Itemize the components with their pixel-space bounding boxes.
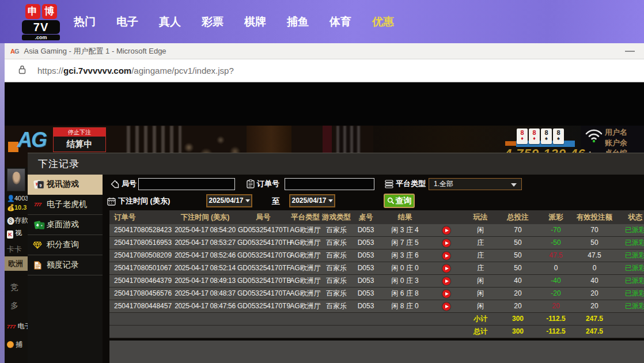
logo-badge-right: 博 (42, 4, 57, 19)
table-header-row: 订单号 下注时间 (美东) 局号 平台类型 游戏类型 桌号 结果 玩法 总投注 (109, 210, 644, 224)
cell-platform: AG欧洲厅 (289, 288, 321, 300)
round-number-input[interactable] (138, 178, 235, 190)
menu-item-quota-records[interactable]: 额度记录 (28, 255, 103, 275)
page-viewport: AG ASIA GAMING 停止下注 结算中 8♦ 8♦ 8♠ 8♠ 4,75… (5, 82, 644, 363)
cell-play: 庄 (463, 249, 498, 262)
cell-game: 百家乐 (321, 249, 351, 262)
cell-payout: -20 (538, 288, 574, 300)
replay-icon[interactable] (430, 239, 463, 247)
nav-item-slots[interactable]: 电子 (116, 14, 138, 29)
cell-time: 2025-04-17 08:47:56 (173, 300, 237, 312)
menu-item-slot-machines[interactable]: 777 电子老虎机 (28, 195, 103, 215)
cell-round: GD053254170TF (237, 262, 289, 274)
header-play: 玩法 (463, 213, 498, 222)
minimize-button[interactable] (625, 51, 635, 52)
nav-item-live[interactable]: 真人 (159, 14, 181, 29)
card-icon: K (7, 230, 13, 239)
cell-game: 百家乐 (321, 262, 351, 274)
nav-item-cards[interactable]: 棋牌 (244, 14, 266, 29)
platform-type-select[interactable]: 1.全部 (429, 178, 522, 190)
cell-result: 闲 7 庄 5 (380, 237, 430, 249)
date-to-picker[interactable]: 2025/04/17 (289, 194, 335, 207)
person-icon: 👤 (7, 195, 14, 202)
rail-sports-tab[interactable]: 竞 (10, 282, 18, 293)
cell-result: 闲 0 庄 3 (380, 275, 430, 287)
header-result: 结果 (380, 213, 430, 222)
dollar-icon: 🅢 (7, 216, 14, 224)
cell-time: 2025-04-17 08:52:14 (173, 262, 237, 274)
browser-title: Asia Gaming - 用户配置 1 - Microsoft Edge (24, 46, 166, 56)
cell-game: 百家乐 (321, 288, 351, 300)
cell-round: GD053254170TH (237, 237, 289, 249)
deposit-button[interactable]: 🅢存款 (7, 215, 28, 225)
order-number-input[interactable] (285, 178, 374, 190)
nav-item-fishing[interactable]: 捕鱼 (287, 14, 309, 29)
menu-item-points-query[interactable]: 积分查询 (28, 235, 103, 255)
url-scheme: https:// (37, 66, 63, 75)
cell-play: 闲 (463, 275, 498, 287)
cell-payout: 47.5 (538, 249, 574, 262)
round-label: 局号 (111, 179, 137, 189)
cell-valid: 20 (574, 300, 615, 312)
nav-item-lottery[interactable]: 彩票 (202, 14, 223, 29)
cell-status: 已派彩 (615, 275, 644, 287)
replay-icon[interactable] (430, 264, 463, 273)
cell-round: GD053254170TA (237, 288, 289, 300)
site-logo[interactable]: 申 博 7V .com (22, 4, 60, 40)
header-platform: 平台类型 (289, 213, 321, 222)
cell-play: 庄 (463, 262, 498, 274)
cell-order: 250417080456576 (109, 288, 173, 300)
nav-item-sports[interactable]: 体育 (329, 14, 351, 29)
header-table-no: 桌号 (351, 213, 380, 222)
menu-item-table-games[interactable]: ♣• 桌面游戏 (28, 215, 103, 235)
cell-table: D053 (351, 224, 380, 236)
total-label: 总计 (463, 326, 498, 338)
browser-urlbar[interactable]: https://gci.7vvvvvv.com/agingame/pcv1/in… (5, 59, 644, 82)
cell-total: 20 (498, 288, 538, 300)
cell-payout: 20 (538, 300, 574, 312)
replay-icon[interactable] (430, 252, 463, 260)
table-row: 2504170805169532025-04-17 08:53:27GD0532… (109, 237, 644, 249)
table-empty-area (109, 341, 644, 363)
nav-item-promo[interactable]: 优惠 (372, 14, 394, 29)
dice-icon: ♣• (32, 221, 43, 229)
lobby-left-rail: 👤4003 💰10.3 🅢存款 K 视 卡卡 欧洲 竞 多 777 电子 捕 (5, 167, 28, 363)
cell-platform: AG欧洲厅 (289, 249, 321, 262)
url-path: /agingame/pcv1/index.jsp? (131, 66, 234, 75)
subtotal-row: 小计 300 -112.5 247.5 (109, 313, 644, 326)
nav-item-hot[interactable]: 热门 (74, 14, 96, 29)
rail-video-tab[interactable]: K 视 (7, 228, 22, 239)
rail-multi-tab[interactable]: 多 (10, 301, 18, 311)
replay-icon[interactable] (430, 226, 463, 235)
rail-card-row[interactable]: 卡卡 (7, 244, 22, 255)
slots-777-icon: 777 (32, 202, 43, 207)
avatar[interactable] (7, 168, 25, 191)
replay-icon[interactable] (430, 290, 463, 298)
main-nav: 热门 电子 真人 彩票 棋牌 捕鱼 体育 优惠 (74, 0, 394, 43)
total-total: 300 (498, 326, 538, 338)
playing-card: 8♠ (541, 128, 552, 144)
filter-bar: 局号 订单号 平台类型 (103, 175, 644, 210)
total-payout: -112.5 (538, 326, 574, 338)
cell-order: 250417080528423 (109, 224, 173, 236)
platform-label: 平台类型 (385, 179, 426, 189)
rail-fishing-tab[interactable]: 捕 (7, 340, 22, 350)
modal-content: 局号 订单号 平台类型 (103, 175, 644, 363)
betting-status-banner: 停止下注 结算中 (53, 127, 106, 152)
cell-valid: 20 (574, 288, 615, 300)
menu-item-live-games[interactable]: K9 视讯游戏 (28, 175, 103, 195)
rail-europe-tab[interactable]: 欧洲 (5, 256, 28, 271)
cell-payout: -40 (538, 275, 574, 287)
cell-platform: AG欧洲厅 (289, 237, 321, 249)
replay-icon[interactable] (430, 302, 463, 311)
site-header: 申 博 7V .com 热门 电子 真人 彩票 棋牌 捕鱼 体育 优惠 (0, 0, 644, 43)
cell-time: 2025-04-17 08:48:37 (173, 288, 237, 300)
replay-icon[interactable] (430, 277, 463, 285)
chevron-down-icon (328, 199, 333, 202)
balance-value: 💰10.3 (7, 204, 26, 211)
search-button[interactable]: 查询 (384, 194, 415, 208)
date-from-picker[interactable]: 2025/04/17 (206, 194, 252, 207)
header-game-type: 游戏类型 (321, 213, 351, 222)
logo-badges: 申 博 (22, 4, 60, 19)
rail-slots-tab[interactable]: 777 电子 (7, 322, 28, 331)
